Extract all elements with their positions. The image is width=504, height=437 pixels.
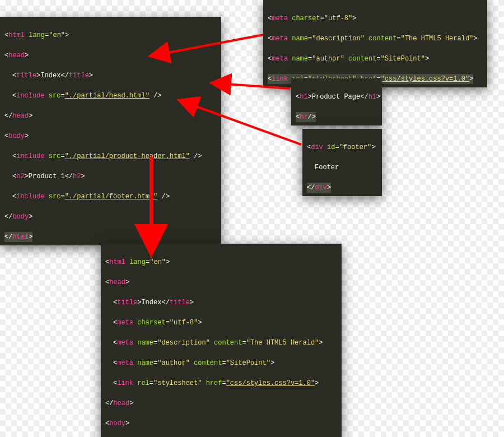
code-line: <html lang="en"> xyxy=(105,257,337,267)
code-line: <body> xyxy=(4,131,217,141)
code-line: <link rel="stylesheet" href="css/styles.… xyxy=(105,378,337,388)
code-line: <meta name="description" content="The HT… xyxy=(268,34,483,44)
code-line: Footer xyxy=(307,162,377,173)
code-line: <meta name="author" content="SitePoint"> xyxy=(105,358,337,368)
head-partial-panel: <meta charset="utf-8"> <meta name="descr… xyxy=(263,0,487,87)
code-line: <div id="footer"> xyxy=(307,142,377,152)
code-line: </head> xyxy=(4,111,217,121)
code-line: <title>Index</title> xyxy=(4,71,217,81)
code-line: <hr/> xyxy=(296,112,316,122)
footer-partial-panel: <div id="footer"> Footer </div> xyxy=(302,129,382,196)
code-line: <include src="./partial/footer.html" /> xyxy=(4,192,217,202)
code-line: <meta name="description" content="The HT… xyxy=(105,338,337,348)
code-line: <head> xyxy=(4,50,217,61)
code-line: <meta name="author" content="SitePoint"> xyxy=(268,54,483,64)
code-line: <meta charset="utf-8"> xyxy=(105,318,337,328)
code-line: <body> xyxy=(105,419,337,429)
code-line: <head> xyxy=(105,277,337,287)
code-line: <title>Index</title> xyxy=(105,297,337,308)
code-line: <meta charset="utf-8"> xyxy=(268,13,483,24)
code-line: <h2>Product 1</h2> xyxy=(4,171,217,182)
header-partial-panel: <h1>Product Page</h1> <hr/> xyxy=(291,78,382,125)
code-line: </head> xyxy=(105,398,337,408)
result-panel: <html lang="en"> <head> <title>Index</ti… xyxy=(101,244,342,437)
code-line: </body> xyxy=(4,212,217,222)
code-line: <html lang="en"> xyxy=(4,30,217,40)
code-line: </div> xyxy=(307,183,331,193)
code-line: <include src="./partial/head.html" /> xyxy=(4,91,217,101)
code-line: </html> xyxy=(4,232,32,242)
code-line: <include src="./partial/product-header.h… xyxy=(4,151,217,161)
code-line: <h1>Product Page</h1> xyxy=(296,92,377,102)
main-source-panel: <html lang="en"> <head> <title>Index</ti… xyxy=(0,17,221,245)
